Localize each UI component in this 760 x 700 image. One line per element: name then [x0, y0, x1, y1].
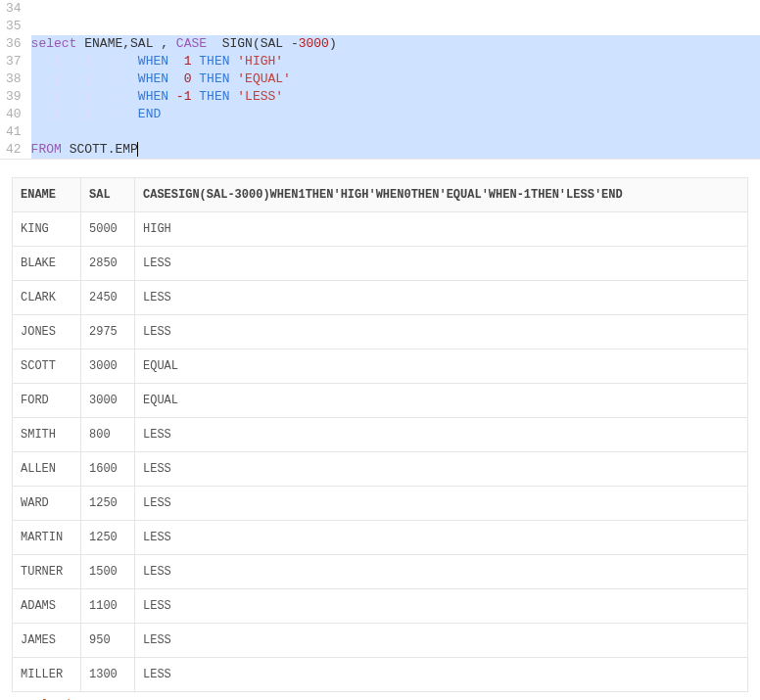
code-line[interactable] [31, 18, 760, 35]
line-number: 38 [6, 70, 22, 88]
code-line[interactable]: | | | WHEN -1 THEN 'LESS' [31, 88, 760, 106]
table-row[interactable]: SMITH800LESS [13, 418, 748, 452]
code-line[interactable] [31, 0, 760, 18]
table-row[interactable]: WARD1250LESS [13, 487, 748, 521]
cell-case: LESS [135, 658, 748, 692]
code-line[interactable]: | | | END [31, 106, 760, 123]
column-header-sal[interactable]: SAL [81, 178, 135, 212]
table-body: KING5000HIGHBLAKE2850LESSCLARK2450LESSJO… [13, 212, 748, 692]
cell-sal: 1100 [81, 589, 135, 624]
cell-sal: 1300 [81, 658, 135, 692]
column-header-ename[interactable]: ENAME [13, 178, 81, 212]
cell-case: LESS [135, 281, 748, 315]
cell-case: EQUAL [135, 384, 748, 418]
table-row[interactable]: KING5000HIGH [13, 212, 748, 247]
sql-editor[interactable]: 34 35 36 37 38 39 40 41 42 select ENAME,… [0, 0, 760, 160]
cell-case: LESS [135, 589, 748, 624]
line-number: 41 [6, 123, 22, 141]
cell-ename: SMITH [13, 418, 81, 452]
table-row[interactable]: FORD3000EQUAL [13, 384, 748, 418]
cell-ename: WARD [13, 487, 81, 521]
cell-case: LESS [135, 315, 748, 350]
cell-sal: 5000 [81, 212, 135, 247]
cell-sal: 1250 [81, 487, 135, 521]
cell-case: LESS [135, 521, 748, 555]
cell-case: LESS [135, 624, 748, 658]
cell-ename: CLARK [13, 281, 81, 315]
table-row[interactable]: CLARK2450LESS [13, 281, 748, 315]
table-row[interactable]: TURNER1500LESS [13, 555, 748, 589]
cell-ename: TURNER [13, 555, 81, 589]
code-line[interactable]: select ENAME,SAL , CASE SIGN(SAL -3000) [31, 35, 760, 53]
cell-sal: 2850 [81, 247, 135, 281]
table-row[interactable]: ADAMS1100LESS [13, 589, 748, 624]
cell-case: LESS [135, 555, 748, 589]
cell-sal: 3000 [81, 384, 135, 418]
line-number: 36 [6, 35, 22, 53]
cell-ename: JONES [13, 315, 81, 350]
table-row[interactable]: SCOTT3000EQUAL [13, 350, 748, 384]
cell-case: LESS [135, 418, 748, 452]
table-header-row: ENAME SAL CASESIGN(SAL-3000)WHEN1THEN'HI… [13, 178, 748, 212]
cell-ename: MARTIN [13, 521, 81, 555]
cell-ename: FORD [13, 384, 81, 418]
table-row[interactable]: JAMES950LESS [13, 624, 748, 658]
table-row[interactable]: JONES2975LESS [13, 315, 748, 350]
cell-sal: 1500 [81, 555, 135, 589]
table-row[interactable]: ALLEN1600LESS [13, 452, 748, 487]
results-panel: ENAME SAL CASESIGN(SAL-3000)WHEN1THEN'HI… [0, 160, 760, 700]
cell-ename: BLAKE [13, 247, 81, 281]
code-line[interactable]: FROM SCOTT.EMP [31, 141, 760, 159]
column-header-case[interactable]: CASESIGN(SAL-3000)WHEN1THEN'HIGH'WHEN0TH… [135, 178, 748, 212]
cell-sal: 2450 [81, 281, 135, 315]
cell-ename: SCOTT [13, 350, 81, 384]
line-number: 35 [6, 18, 22, 35]
text-caret [137, 142, 138, 157]
code-line[interactable]: | | | WHEN 0 THEN 'EQUAL' [31, 70, 760, 88]
line-number-gutter: 34 35 36 37 38 39 40 41 42 [0, 0, 31, 159]
cell-case: HIGH [135, 212, 748, 247]
code-area[interactable]: select ENAME,SAL , CASE SIGN(SAL -3000) … [31, 0, 760, 159]
cell-sal: 3000 [81, 350, 135, 384]
table-row[interactable]: MARTIN1250LESS [13, 521, 748, 555]
results-table: ENAME SAL CASESIGN(SAL-3000)WHEN1THEN'HI… [12, 177, 748, 692]
cell-ename: ADAMS [13, 589, 81, 624]
cell-ename: JAMES [13, 624, 81, 658]
cell-sal: 1600 [81, 452, 135, 487]
cell-case: LESS [135, 487, 748, 521]
cell-sal: 2975 [81, 315, 135, 350]
cell-sal: 1250 [81, 521, 135, 555]
code-line[interactable]: | | | WHEN 1 THEN 'HIGH' [31, 53, 760, 70]
table-row[interactable]: MILLER1300LESS [13, 658, 748, 692]
cell-ename: ALLEN [13, 452, 81, 487]
cell-case: EQUAL [135, 350, 748, 384]
cell-sal: 800 [81, 418, 135, 452]
line-number: 34 [6, 0, 22, 18]
cell-sal: 950 [81, 624, 135, 658]
table-row[interactable]: BLAKE2850LESS [13, 247, 748, 281]
cell-case: LESS [135, 452, 748, 487]
cell-ename: KING [13, 212, 81, 247]
cell-ename: MILLER [13, 658, 81, 692]
line-number: 37 [6, 53, 22, 70]
line-number: 39 [6, 88, 22, 106]
line-number: 40 [6, 106, 22, 123]
code-line[interactable] [31, 123, 760, 141]
line-number: 42 [6, 141, 22, 159]
cell-case: LESS [135, 247, 748, 281]
